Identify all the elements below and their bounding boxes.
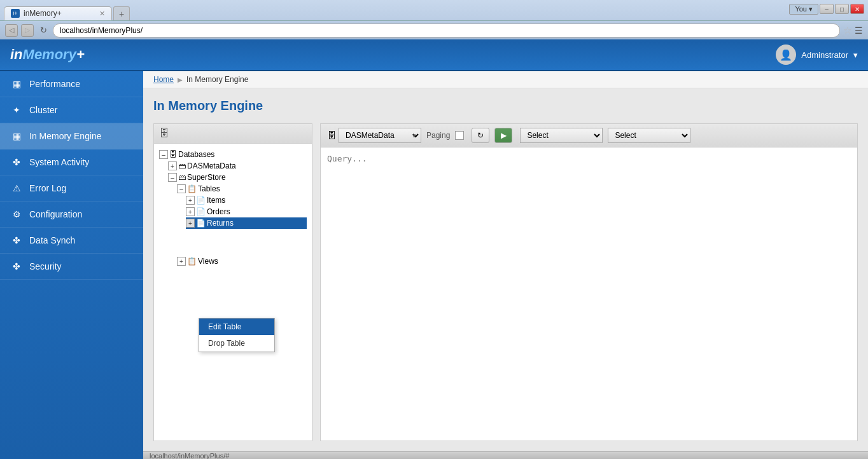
- minimize-button[interactable]: –: [820, 4, 834, 14]
- views-label: Views: [198, 257, 218, 266]
- edit-table-label: Edit Table: [208, 322, 241, 331]
- db-select[interactable]: DASMetaData: [339, 128, 421, 143]
- orders-expander: +: [186, 207, 195, 216]
- dasmetadata-icon: 🗃: [178, 161, 186, 170]
- tree-node-superstore[interactable]: – 🗃 SuperStore: [168, 172, 307, 183]
- sidebar-label-configuration: Configuration: [29, 209, 82, 219]
- tab-close-icon[interactable]: ✕: [99, 10, 105, 18]
- bookmark-icon[interactable]: ☆: [843, 25, 851, 36]
- breadcrumb-home[interactable]: Home: [153, 75, 174, 84]
- run-query-button[interactable]: ▶: [494, 128, 512, 143]
- tree-panel-header: 🗄: [154, 124, 312, 144]
- error-log-icon: ⚠: [10, 182, 23, 195]
- views-icon: 📋: [187, 257, 197, 266]
- sidebar-label-cluster: Cluster: [29, 105, 57, 115]
- tables-expander: –: [177, 184, 186, 193]
- sidebar-item-in-memory-engine[interactable]: ▦ In Memory Engine: [0, 123, 143, 149]
- logo-plus: +: [76, 46, 85, 62]
- databases-label: Databases: [178, 150, 214, 159]
- data-synch-icon: ✤: [10, 234, 23, 247]
- context-menu: Edit Table Drop Table: [199, 318, 275, 352]
- items-icon: 📄: [196, 196, 206, 205]
- in-memory-engine-icon: ▦: [10, 130, 23, 142]
- dasmetadata-label: DASMetaData: [187, 161, 236, 170]
- select1-wrapper: Select: [520, 128, 603, 143]
- panels: 🗄 – 🗄 Databases +: [153, 123, 858, 441]
- sidebar-item-configuration[interactable]: ⚙ Configuration: [0, 202, 143, 228]
- sidebar-label-performance: Performance: [29, 79, 80, 89]
- context-menu-drop-table[interactable]: Drop Table: [199, 335, 274, 352]
- refresh-query-button[interactable]: ↻: [472, 128, 489, 143]
- items-expander: +: [186, 196, 195, 205]
- logo-text: in: [10, 46, 23, 62]
- tab-title: inMemory+: [24, 9, 62, 18]
- new-tab-button[interactable]: +: [113, 6, 130, 20]
- address-bar[interactable]: [53, 24, 840, 38]
- returns-label: Returns: [207, 219, 234, 228]
- status-url: localhost/inMemoryPlus/#: [150, 452, 229, 459]
- page-content: In Memory Engine 🗄 – 🗄 Databases: [143, 88, 868, 451]
- user-dropdown-icon[interactable]: ▾: [853, 50, 858, 60]
- logo-accent: Memory: [23, 46, 76, 62]
- tree-panel: 🗄 – 🗄 Databases +: [153, 123, 312, 441]
- app-logo: inMemory+: [10, 46, 85, 63]
- sidebar-label-error-log: Error Log: [29, 183, 66, 193]
- close-button[interactable]: ✕: [850, 4, 864, 14]
- returns-icon: 📄: [196, 219, 206, 228]
- refresh-button[interactable]: ↻: [37, 24, 50, 37]
- tree-node-dasmetadata[interactable]: + 🗃 DASMetaData: [168, 160, 307, 172]
- sidebar-label-security: Security: [29, 261, 62, 271]
- sidebar-item-error-log[interactable]: ⚠ Error Log: [0, 175, 143, 202]
- menu-icon[interactable]: ☰: [855, 25, 863, 36]
- cluster-icon: ✦: [10, 104, 23, 116]
- tree-node-tables[interactable]: – 📋 Tables: [177, 183, 307, 195]
- status-bar: localhost/inMemoryPlus/#: [143, 451, 868, 459]
- breadcrumb-arrow: ▶: [178, 76, 183, 83]
- sidebar-item-system-activity[interactable]: ✤ System Activity: [0, 149, 143, 175]
- breadcrumb: Home ▶ In Memory Engine: [143, 71, 868, 88]
- maximize-button[interactable]: □: [835, 4, 849, 14]
- forward-button[interactable]: ▷: [21, 24, 34, 37]
- performance-icon: ▦: [10, 78, 23, 90]
- user-profile-button[interactable]: You ▾: [789, 4, 818, 15]
- tree-node-databases[interactable]: – 🗄 Databases: [159, 149, 307, 160]
- configuration-icon: ⚙: [10, 208, 23, 221]
- superstore-icon: 🗃: [178, 173, 186, 182]
- back-button[interactable]: ◁: [5, 24, 18, 37]
- sidebar-item-data-synch[interactable]: ✤ Data Synch: [0, 228, 143, 254]
- views-expander: +: [177, 257, 186, 266]
- tree-node-items[interactable]: + 📄 Items: [186, 195, 307, 206]
- tree-node-returns[interactable]: + 📄 Returns: [186, 217, 307, 229]
- sidebar-label-system-activity: System Activity: [29, 157, 89, 167]
- db-select-wrapper: 🗄 DASMetaData ▾: [327, 128, 416, 143]
- context-menu-edit-table[interactable]: Edit Table: [199, 319, 274, 335]
- sidebar-label-data-synch: Data Synch: [29, 235, 75, 245]
- tree-node-views[interactable]: + 📋 Views: [177, 256, 307, 267]
- tree-node-orders[interactable]: + 📄 Orders: [186, 206, 307, 217]
- orders-icon: 📄: [196, 207, 206, 216]
- items-label: Items: [207, 196, 225, 205]
- orders-label: Orders: [207, 207, 230, 216]
- sidebar: ▦ Performance ✦ Cluster ▦ In Memory Engi…: [0, 71, 143, 459]
- security-icon: ✤: [10, 260, 23, 273]
- sidebar-item-performance[interactable]: ▦ Performance: [0, 71, 143, 97]
- tree-content: – 🗄 Databases + 🗃 DASMetaData: [154, 144, 312, 272]
- tables-icon: 📋: [187, 184, 197, 193]
- tree-header-icon: 🗄: [159, 128, 169, 139]
- paging-checkbox[interactable]: [455, 131, 464, 140]
- superstore-expander: –: [168, 173, 177, 182]
- sidebar-item-cluster[interactable]: ✦ Cluster: [0, 97, 143, 123]
- breadcrumb-current: In Memory Engine: [186, 75, 248, 84]
- select2-wrapper: Select: [608, 128, 690, 143]
- databases-icon: 🗄: [169, 150, 177, 159]
- query-panel: 🗄 DASMetaData ▾ Paging ↻: [320, 123, 858, 441]
- sidebar-item-security[interactable]: ✤ Security: [0, 254, 143, 280]
- select1-dropdown[interactable]: Select: [520, 128, 603, 143]
- dasmetadata-expander: +: [168, 161, 177, 170]
- browser-tab[interactable]: i+ inMemory+ ✕: [4, 6, 112, 20]
- drop-table-label: Drop Table: [208, 339, 245, 348]
- select2-dropdown[interactable]: Select: [608, 128, 690, 143]
- query-textarea[interactable]: [321, 147, 857, 441]
- query-toolbar: 🗄 DASMetaData ▾ Paging ↻: [321, 124, 857, 147]
- avatar: 👤: [776, 45, 796, 65]
